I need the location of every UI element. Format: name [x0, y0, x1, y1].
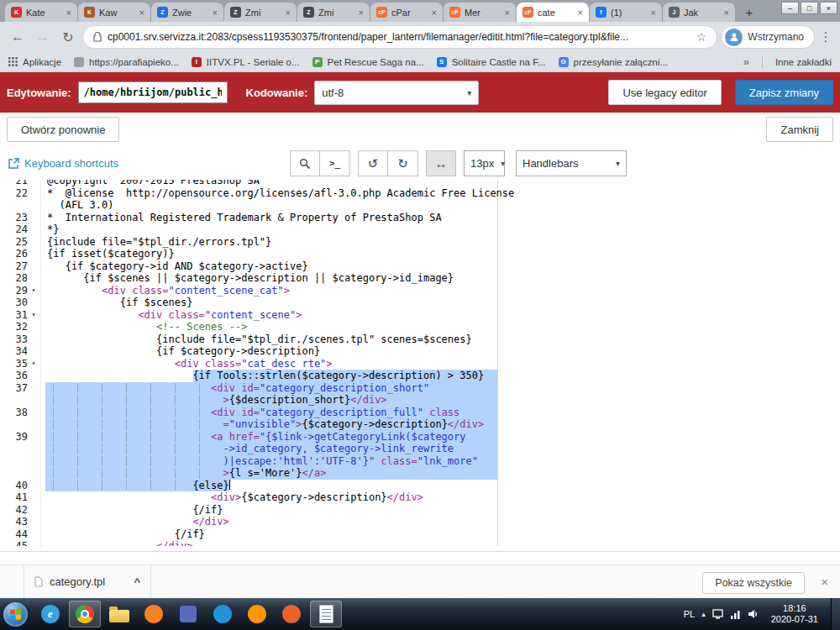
line-number-gutter[interactable]: 22	[0, 187, 40, 200]
taskbar-icon-explorer[interactable]	[103, 601, 135, 627]
minimize-button[interactable]: –	[781, 2, 799, 14]
close-window-button[interactable]: ×	[820, 2, 837, 14]
file-path-input[interactable]	[78, 81, 228, 103]
code-text[interactable]: <a href="{$link->getCategoryLink($catego…	[40, 431, 840, 444]
code-text[interactable]: * @license http://opensource.org/license…	[40, 187, 840, 200]
bookmark-item[interactable]: IIITVX.PL - Seriale o...	[192, 57, 300, 67]
line-number-gutter[interactable]: 45	[0, 540, 40, 546]
browser-tab[interactable]: ZZmi×	[297, 3, 370, 22]
bookmark-item[interactable]: SSolitaire Castle na F...	[437, 57, 546, 67]
volume-icon[interactable]	[748, 609, 759, 619]
line-number-gutter[interactable]: 31▾	[0, 309, 40, 322]
taskbar-icon-media-app[interactable]	[172, 601, 204, 627]
code-line[interactable]: 40 {else}	[0, 480, 840, 492]
keyboard-shortcuts-link[interactable]: Keyboard shortcuts	[8, 157, 118, 170]
code-text[interactable]: <div>{$category->description}</div>	[40, 491, 840, 504]
code-line[interactable]: ="unvisible">{$category->description}</d…	[0, 418, 840, 431]
chevron-up-icon[interactable]: ^	[134, 575, 140, 588]
reload-icon[interactable]: ↻	[57, 29, 79, 45]
code-line[interactable]: 31▾ <div class="content_scene">	[0, 309, 840, 322]
legacy-editor-button[interactable]: Use legacy editor	[608, 80, 721, 105]
code-line[interactable]: 45 </div>	[0, 540, 840, 546]
code-line[interactable]: 24*}	[0, 223, 840, 236]
browser-tab[interactable]: JJak×	[663, 3, 735, 22]
line-number-gutter[interactable]: 28	[0, 272, 40, 285]
code-line[interactable]: 22* @license http://opensource.org/licen…	[0, 187, 840, 200]
start-button[interactable]	[3, 602, 28, 627]
bookmark-item[interactable]: Gprzesyłanie załączni...	[559, 57, 669, 67]
code-text[interactable]: {if $category->id AND $category->active}	[40, 260, 840, 273]
code-text[interactable]: {if $scenes}	[40, 297, 840, 309]
code-line[interactable]: 27 {if $category->id AND $category->acti…	[0, 260, 840, 273]
code-line[interactable]: 37 <div id="category_description_short"	[0, 382, 840, 395]
show-all-button[interactable]: Pokaż wszystkie	[702, 572, 805, 594]
code-line[interactable]: )|escape:'html':'UTF-8'}" class="lnk_mor…	[0, 455, 840, 468]
code-text[interactable]: {include file="$tpl_dir./scenes.tpl" sce…	[40, 333, 840, 346]
apps-shortcut[interactable]: Aplikacje	[8, 57, 61, 67]
code-text[interactable]: @copyright 2007-2015 PrestaShop SA	[40, 180, 840, 187]
line-number-gutter[interactable]: 27	[0, 260, 40, 273]
line-number-gutter[interactable]: 29▾	[0, 285, 40, 297]
tab-close-icon[interactable]: ×	[213, 8, 218, 18]
code-text[interactable]: {else}	[40, 480, 840, 492]
code-line[interactable]: 36 {if Tools::strlen($category->descript…	[0, 370, 840, 382]
code-text[interactable]: (AFL 3.0)	[40, 199, 840, 212]
line-number-gutter[interactable]: 24	[0, 223, 40, 236]
code-text[interactable]: {if Tools::strlen($category->description…	[40, 370, 840, 382]
code-line[interactable]: 32 <!-- Scenes -->	[0, 321, 840, 333]
address-bar[interactable]: cp0001.srv.servizza.it:2083/cpsess119353…	[82, 25, 717, 49]
code-text[interactable]: {include file="$tpl_dir./errors.tpl"}	[40, 236, 840, 249]
taskbar-icon-messenger-app[interactable]	[207, 601, 239, 627]
code-text[interactable]: >{l s='More'}</a>	[40, 467, 840, 480]
language-indicator[interactable]: PL	[684, 609, 695, 619]
line-number-gutter[interactable]: 34	[0, 345, 40, 358]
word-wrap-button[interactable]: ↔	[426, 150, 456, 176]
bookmarks-overflow-icon[interactable]: »	[743, 55, 749, 68]
tab-close-icon[interactable]: ×	[286, 8, 291, 18]
browser-tab[interactable]: ZZwie×	[151, 3, 223, 22]
code-text[interactable]: >{$description_short}</div>	[40, 394, 840, 407]
undo-button[interactable]: ↺	[358, 150, 388, 176]
browser-tab[interactable]: cPMer×	[444, 3, 516, 22]
taskbar-icon-app-orange[interactable]	[276, 601, 307, 627]
new-tab-button[interactable]: +	[739, 3, 759, 20]
show-desktop-button[interactable]	[831, 598, 840, 630]
code-line[interactable]: 29▾ <div class="content_scene_cat">	[0, 285, 840, 297]
encoding-select[interactable]: utf-8 ▾	[314, 81, 479, 105]
code-text[interactable]: </div>	[40, 516, 840, 528]
code-line[interactable]: 44 {/if}	[0, 528, 840, 541]
file-tab[interactable]: category.tpl ^	[24, 565, 151, 598]
browser-tab[interactable]: KKaw×	[78, 3, 150, 22]
taskbar-icon-firefox[interactable]	[241, 601, 273, 627]
code-editor[interactable]: 21@copyright 2007-2015 PrestaShop SA22* …	[0, 180, 840, 546]
line-number-gutter[interactable]: 23	[0, 212, 40, 224]
code-line[interactable]: 23* International Registered Trademark &…	[0, 212, 840, 224]
code-text[interactable]: <div class="content_scene">	[40, 309, 840, 322]
code-text[interactable]: ->id_category, $category->link_rewrite	[40, 443, 840, 455]
code-text[interactable]: {if $category->description}	[40, 345, 840, 358]
network-icon[interactable]	[730, 609, 741, 619]
tab-close-icon[interactable]: ×	[505, 8, 510, 18]
browser-tab[interactable]: f(1)×	[590, 3, 662, 22]
line-number-gutter[interactable]: 42	[0, 504, 40, 517]
line-number-gutter[interactable]: 21	[0, 180, 40, 187]
line-number-gutter[interactable]: 39	[0, 431, 40, 444]
forward-icon[interactable]: →	[32, 29, 54, 45]
line-number-gutter[interactable]: 33	[0, 333, 40, 346]
code-text[interactable]: </div>	[40, 540, 840, 546]
code-text[interactable]: * International Registered Trademark & P…	[40, 212, 840, 224]
code-text[interactable]: {/if}	[40, 528, 840, 541]
line-number-gutter[interactable]: 35▾	[0, 358, 40, 370]
code-line[interactable]: 34 {if $category->description}	[0, 345, 840, 358]
line-number-gutter[interactable]	[0, 443, 40, 455]
browser-tab[interactable]: ZZmi×	[224, 3, 297, 22]
taskbar-icon-text-editor[interactable]	[310, 601, 342, 627]
code-line[interactable]: 35▾ <div class="cat_desc rte">	[0, 358, 840, 370]
code-text[interactable]: <div id="category_description_short"	[40, 382, 840, 395]
code-text[interactable]: ="unvisible">{$category->description}</d…	[40, 418, 840, 431]
code-line[interactable]: 43 </div>	[0, 516, 840, 528]
code-line[interactable]: 42 {/if}	[0, 504, 840, 517]
tab-close-icon[interactable]: ×	[724, 8, 729, 18]
code-text[interactable]: )|escape:'html':'UTF-8'}" class="lnk_mor…	[40, 455, 840, 468]
bookmark-star-icon[interactable]: ☆	[696, 30, 707, 44]
